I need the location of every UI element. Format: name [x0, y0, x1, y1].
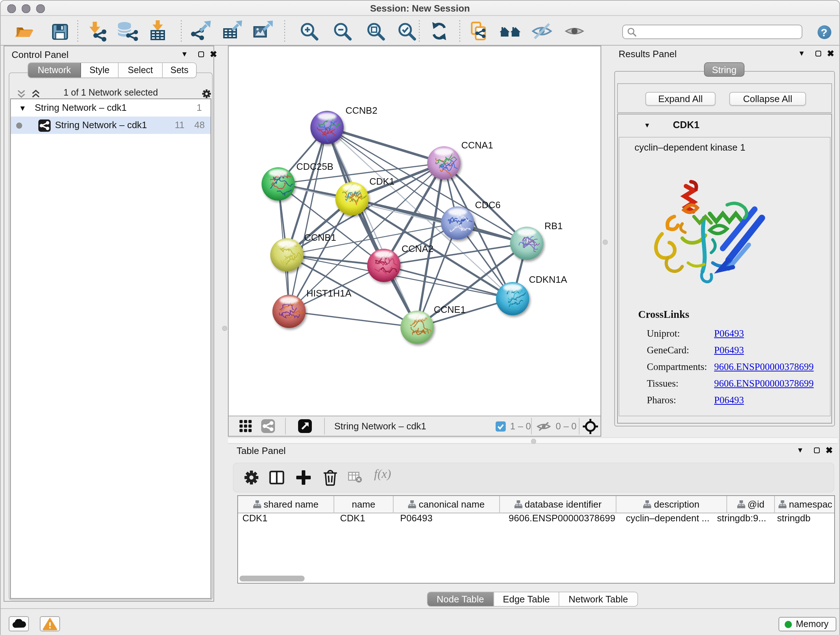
svg-text:CDC25B: CDC25B — [296, 161, 333, 172]
svg-text:CDKN1A: CDKN1A — [529, 274, 567, 285]
svg-text:HIST1H1A: HIST1H1A — [306, 288, 352, 299]
svg-text:CDC6: CDC6 — [475, 200, 501, 211]
svg-text:CCNB2: CCNB2 — [346, 105, 377, 116]
svg-text:CCNB1: CCNB1 — [304, 232, 336, 243]
svg-text:RB1: RB1 — [545, 220, 563, 231]
svg-text:CDK1: CDK1 — [369, 176, 394, 187]
svg-text:CCNA2: CCNA2 — [401, 243, 433, 254]
svg-text:CCNE1: CCNE1 — [434, 304, 466, 315]
svg-text:CCNA1: CCNA1 — [461, 140, 493, 150]
